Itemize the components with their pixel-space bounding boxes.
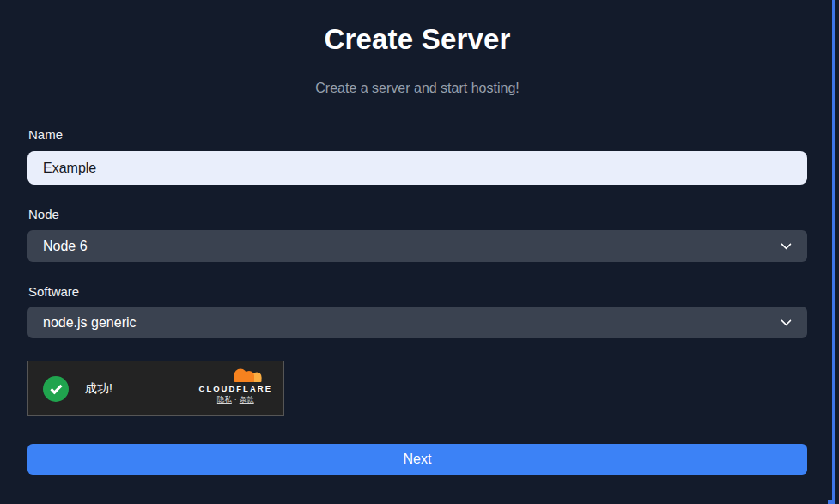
success-checkmark-icon — [43, 376, 69, 402]
page-subtitle: Create a server and start hosting! — [0, 81, 835, 96]
next-button[interactable]: Next — [27, 444, 807, 475]
software-label: Software — [28, 284, 79, 299]
cloudflare-wordmark: CLOUDFLARE — [199, 384, 272, 393]
terms-link[interactable]: 条款 — [240, 395, 254, 404]
privacy-link[interactable]: 隐私 — [217, 395, 232, 404]
scrollbar-foot — [828, 500, 835, 504]
software-select[interactable]: node.js generic — [27, 307, 807, 338]
software-select-value: node.js generic — [43, 315, 137, 331]
name-label: Name — [28, 127, 63, 142]
node-label: Node — [28, 207, 59, 222]
cloudflare-turnstile-widget[interactable]: 成功! CLOUDFLARE 隐私·条款 — [27, 361, 284, 416]
cloudflare-logo-icon — [230, 367, 264, 383]
captcha-status-text: 成功! — [85, 361, 112, 416]
create-server-page: Create Server Create a server and start … — [0, 0, 839, 504]
node-select-value: Node 6 — [43, 239, 88, 254]
page-title: Create Server — [0, 23, 835, 56]
chevron-down-icon — [781, 315, 792, 326]
link-separator: · — [234, 395, 237, 404]
scrollbar[interactable] — [832, 0, 835, 504]
node-select[interactable]: Node 6 — [27, 230, 807, 262]
name-input[interactable] — [27, 151, 807, 185]
chevron-down-icon — [781, 239, 792, 250]
cloudflare-branding: CLOUDFLARE 隐私·条款 — [199, 367, 272, 405]
captcha-legal-links: 隐私·条款 — [217, 395, 254, 405]
